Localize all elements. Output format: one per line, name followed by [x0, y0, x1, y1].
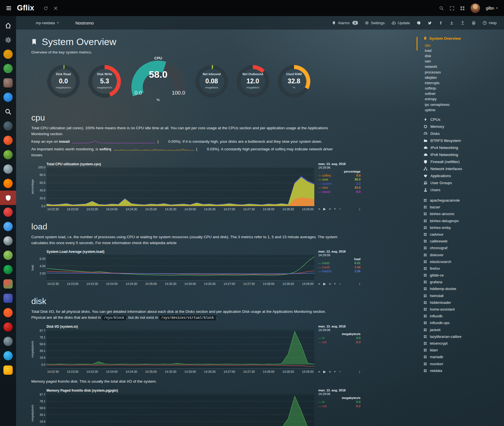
menu-app-letsencrypt[interactable]: letsencrypt	[423, 340, 502, 347]
menu-item-softnet[interactable]: softnet	[423, 91, 502, 97]
zoom-out-icon[interactable]: −	[339, 370, 341, 374]
cpu-gauge[interactable]: CPU58.00.0100.0%	[128, 58, 188, 106]
sidebar-app-dark[interactable]	[0, 119, 16, 133]
menu-app-netdata[interactable]: netdata	[423, 367, 502, 374]
zoom-in-icon[interactable]: +	[334, 370, 336, 374]
update-button[interactable]: Update	[392, 21, 410, 25]
menu-item-processes[interactable]: processes	[423, 70, 502, 75]
zoom-in-icon[interactable]: +	[334, 207, 336, 211]
menu-app-binhex-delugevpn[interactable]: binhex-delugevpn	[423, 217, 502, 224]
resize-handle-icon[interactable]: ↕	[359, 282, 361, 286]
pan-forward-icon[interactable]: »	[329, 370, 331, 374]
sidebar-app-dark-u[interactable]	[0, 234, 16, 248]
menu-section-memory[interactable]: Memory	[423, 123, 502, 130]
help-button[interactable]: Help	[483, 21, 497, 25]
menu-section-applications[interactable]: Applications	[423, 172, 502, 179]
chart-pgpgio-canvas[interactable]	[47, 394, 314, 426]
menu-app-firefox[interactable]: firefox	[423, 265, 502, 272]
menu-app-lidarr[interactable]: lidarr	[423, 347, 502, 354]
menu-app-chronograf[interactable]: chronograf	[423, 245, 502, 251]
menu-item-ram[interactable]: ram	[423, 59, 502, 64]
menu-app-grafana[interactable]: grafana	[423, 279, 502, 286]
legend-entry-nice[interactable]: — nice20.4	[318, 186, 361, 190]
menu-app-hddtemp-docker[interactable]: hddtemp-docker	[423, 286, 502, 292]
user-avatar[interactable]	[470, 3, 480, 13]
pan-forward-icon[interactable]: »	[329, 207, 331, 211]
menu-item-ipc-semaphores[interactable]: ipc semaphores	[423, 102, 502, 107]
sidebar-app-emby[interactable]	[0, 61, 16, 76]
alarms-button[interactable]: Alarms2	[332, 21, 358, 25]
menu-app-heimdall[interactable]: heimdall	[423, 292, 502, 299]
menu-app-influxdb[interactable]: influxdb	[423, 313, 502, 320]
menu-app-hiddenloader[interactable]: hiddenloader	[423, 299, 502, 306]
menu-item-cpu[interactable]: cpu	[423, 43, 502, 48]
github-link[interactable]	[417, 21, 421, 25]
sidebar-app-spotify[interactable]	[0, 262, 16, 277]
net-inbound-gauge[interactable]: Net Inbound0.08megabits/s	[194, 62, 229, 102]
sidebar-app-deluge[interactable]	[0, 219, 16, 234]
sidebar-app-blue-stripes[interactable]	[0, 90, 16, 104]
menu-app-monitorr[interactable]: monitorr	[423, 360, 502, 367]
print-button[interactable]	[472, 21, 476, 25]
search-icon[interactable]	[439, 5, 444, 10]
download-button[interactable]	[450, 21, 454, 25]
menu-app-bazarr[interactable]: bazarr	[423, 204, 502, 211]
used-ram-gauge[interactable]: Used RAM32.8%	[277, 62, 311, 102]
menu-app-cadvisor[interactable]: cadvisor	[423, 231, 502, 238]
zoom-out-icon[interactable]: −	[339, 282, 341, 286]
menu-icon[interactable]	[6, 5, 12, 11]
menu-app-elasticsearch[interactable]: elasticsearch	[423, 258, 502, 265]
sidebar-app-red-cluster[interactable]	[0, 205, 16, 219]
sidebar-app-blue-tile[interactable]	[0, 291, 16, 305]
menu-section-btrfs-filesystem[interactable]: BTRFS filesystem	[423, 137, 502, 144]
menu-app-diskover[interactable]: diskover	[423, 251, 502, 258]
menu-item-network[interactable]: network	[423, 64, 502, 70]
disk-read-gauge[interactable]: Disk Read0.0megabytes/s	[46, 62, 81, 102]
legend-entry-system[interactable]: — system2.3	[318, 182, 361, 186]
menu-app-jackett[interactable]: jackett	[423, 326, 502, 333]
menu-section-users[interactable]: Users	[423, 186, 502, 193]
sidebar-app-firefox[interactable]	[0, 176, 16, 191]
resize-handle-icon[interactable]: ↕	[359, 207, 361, 211]
twitter-link[interactable]	[428, 21, 432, 25]
legend-entry-load1[interactable]: — load16.51	[318, 261, 361, 265]
sidebar-settings[interactable]	[0, 33, 16, 47]
menu-item-disk[interactable]: disk	[423, 53, 502, 59]
pan-back-icon[interactable]: «	[318, 370, 320, 374]
sidebar-home[interactable]	[0, 18, 16, 33]
sidebar-app-orange-x[interactable]	[0, 133, 16, 148]
sidebar-app-plex[interactable]	[0, 47, 16, 61]
menu-app-apacheguacamole[interactable]: apacheguacamole	[423, 197, 502, 204]
menu-item-softirqs[interactable]: softirqs	[423, 86, 502, 91]
user-menu[interactable]: gilbn	[486, 6, 498, 10]
upload-button[interactable]	[461, 21, 465, 25]
refresh-icon[interactable]	[43, 5, 48, 10]
menu-item-uptime[interactable]: uptime	[423, 107, 502, 113]
net-outbound-gauge[interactable]: Net Outbound12.0megabits/s	[235, 62, 270, 102]
legend-entry-in[interactable]: — in0.0	[318, 336, 361, 340]
chart-disk-canvas[interactable]	[47, 330, 314, 369]
play-icon[interactable]: ▶	[323, 207, 326, 211]
facebook-link[interactable]	[439, 21, 443, 25]
menu-app-mariadb[interactable]: mariadb	[423, 354, 502, 360]
menu-section-ipv4-networking[interactable]: IPv4 Networking	[423, 144, 502, 151]
legend-entry-out[interactable]: — out-5.2	[318, 404, 361, 408]
sidebar-app-lazylibrarian[interactable]	[0, 334, 16, 349]
pan-back-icon[interactable]: «	[318, 282, 320, 286]
sidebar-app-stack[interactable]	[0, 76, 16, 90]
menu-section-user-groups[interactable]: User Groups	[423, 179, 502, 186]
disk-write-gauge[interactable]: Disk Write5.3megabytes/s	[87, 62, 122, 102]
menu-section-firewall-netfilter[interactable]: Firewall (netfilter)	[423, 158, 502, 165]
sidebar-app-active-shield[interactable]	[0, 191, 16, 205]
settings-button[interactable]: Settings	[365, 21, 385, 25]
sidebar-app-sabnzbd[interactable]	[0, 363, 16, 377]
legend-entry-load15[interactable]: — load152.06	[318, 269, 361, 273]
sidebar-app-pills[interactable]	[0, 277, 16, 291]
menu-app-influxdb-ups[interactable]: influxdb-ups	[423, 320, 502, 326]
menu-app-gitlab-ce[interactable]: gitlab-ce	[423, 272, 502, 279]
tab-grid-icon[interactable]	[460, 5, 465, 10]
legend-entry-softirq[interactable]: — softirq0.0	[318, 173, 361, 178]
legend-entry-out[interactable]: — out-5.3	[318, 340, 361, 344]
chart-cpu-canvas[interactable]	[47, 167, 314, 206]
menu-section-network-interfaces[interactable]: Network Interfaces	[423, 165, 502, 172]
